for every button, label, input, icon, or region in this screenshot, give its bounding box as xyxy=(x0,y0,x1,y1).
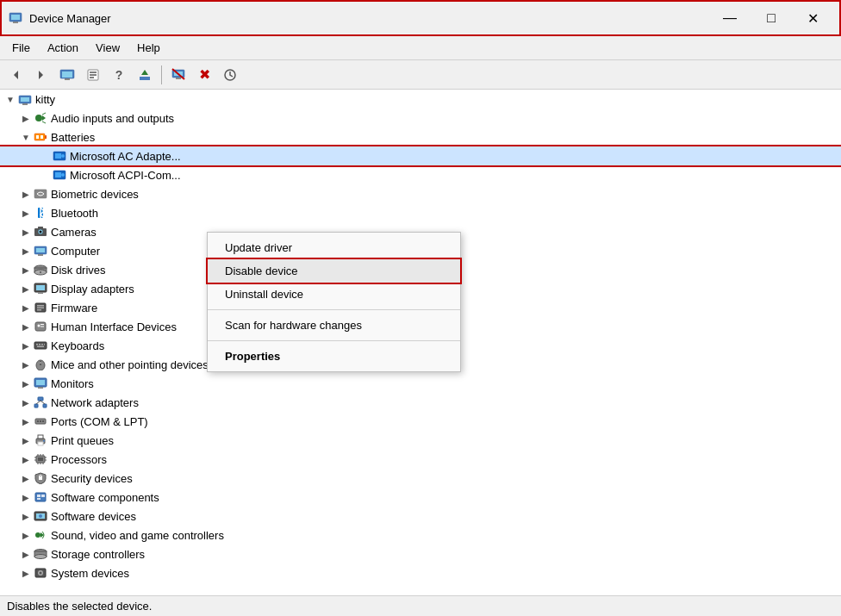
root-label: kitty xyxy=(35,93,55,106)
update-driver-toolbar-button[interactable] xyxy=(133,64,157,86)
maximize-button[interactable]: □ xyxy=(751,4,791,32)
properties-button[interactable] xyxy=(81,64,105,86)
display-expand-icon: ▶ xyxy=(19,282,33,296)
tree-item-batteries[interactable]: ▼ Batteries xyxy=(0,128,841,146)
svg-rect-73 xyxy=(43,404,47,408)
tree-item-microsoft-ac[interactable]: Microsoft AC Adapte... xyxy=(0,146,841,165)
tree-item-bluetooth[interactable]: ▶ Bluetooth xyxy=(0,203,841,222)
system-label: System devices xyxy=(51,567,129,580)
mice-expand-icon: ▶ xyxy=(19,358,33,371)
status-text: Disables the selected device. xyxy=(7,600,152,613)
network-expand-icon: ▶ xyxy=(19,395,33,409)
display-label: Display adapters xyxy=(51,283,134,296)
network-label: Network adapters xyxy=(51,396,139,409)
tree-item-security[interactable]: ▶ Security devices xyxy=(0,469,841,488)
svg-rect-61 xyxy=(39,344,40,345)
svg-rect-14 xyxy=(176,78,181,79)
tree-item-storage[interactable]: ▶ Storage controllers xyxy=(0,544,841,563)
tree-item-software-devices[interactable]: ▶ Software devices xyxy=(0,507,841,526)
svg-rect-18 xyxy=(21,97,29,102)
svg-rect-83 xyxy=(43,440,45,442)
svg-rect-53 xyxy=(37,308,44,309)
close-button[interactable]: ✕ xyxy=(793,4,832,32)
computer-icon xyxy=(33,244,48,258)
minimize-button[interactable]: — xyxy=(710,4,750,32)
svg-point-20 xyxy=(35,115,42,121)
disable-toolbar-button[interactable] xyxy=(166,64,190,86)
ctx-update-driver[interactable]: Update driver xyxy=(208,236,460,259)
system-icon xyxy=(33,566,48,580)
bluetooth-icon xyxy=(33,206,48,220)
help-toolbar-button[interactable]: ? xyxy=(107,64,131,86)
storage-icon xyxy=(33,547,48,561)
forward-button[interactable] xyxy=(29,64,53,86)
software-components-label: Software components xyxy=(51,491,159,504)
scan-toolbar-button[interactable] xyxy=(218,64,242,86)
tree-item-print[interactable]: ▶ Print queues xyxy=(0,431,841,450)
microsoft-acpi-expand-icon xyxy=(38,168,52,182)
svg-marker-11 xyxy=(141,70,148,75)
svg-rect-57 xyxy=(40,324,44,325)
ctx-uninstall-device[interactable]: Uninstall device xyxy=(208,283,460,306)
tree-item-processors[interactable]: ▶ Processors xyxy=(0,450,841,469)
tree-root[interactable]: ▼ kitty xyxy=(0,90,841,109)
biometric-icon xyxy=(33,187,48,201)
tree-item-monitors[interactable]: ▶ Monitors xyxy=(0,374,841,393)
ctx-properties[interactable]: Properties xyxy=(208,345,460,368)
firmware-icon xyxy=(33,301,48,314)
cameras-expand-icon: ▶ xyxy=(19,225,33,239)
tree-item-system[interactable]: ▶ System devices xyxy=(0,563,841,582)
tree-item-microsoft-acpi[interactable]: Microsoft ACPI-Com... xyxy=(0,165,841,184)
menu-help[interactable]: Help xyxy=(128,38,169,58)
keyboards-expand-icon: ▶ xyxy=(19,339,33,352)
sound-expand-icon: ▶ xyxy=(19,528,33,542)
svg-rect-4 xyxy=(62,72,72,78)
hid-expand-icon: ▶ xyxy=(19,320,33,333)
svg-marker-21 xyxy=(42,115,46,121)
svg-rect-59 xyxy=(34,342,47,349)
ctx-disable-device[interactable]: Disable device xyxy=(208,259,460,283)
ctx-scan-changes[interactable]: Scan for hardware changes xyxy=(208,314,460,337)
tree-item-software-components[interactable]: ▶ Software components xyxy=(0,488,841,507)
tree-item-biometric[interactable]: ▶ Biometric devices xyxy=(0,184,841,203)
svg-point-105 xyxy=(35,532,40,538)
svg-point-67 xyxy=(40,362,41,364)
title-bar-title: Device Manager xyxy=(29,12,111,25)
menu-file[interactable]: File xyxy=(3,38,39,58)
security-expand-icon: ▶ xyxy=(19,471,33,485)
svg-rect-42 xyxy=(36,248,45,252)
audio-expand-icon: ▶ xyxy=(19,111,33,125)
computer-label: Computer xyxy=(51,245,100,258)
svg-rect-52 xyxy=(37,305,44,307)
menu-view[interactable]: View xyxy=(87,38,128,58)
adapter-icon xyxy=(52,149,67,163)
svg-rect-77 xyxy=(37,420,39,422)
storage-expand-icon: ▶ xyxy=(19,547,33,561)
tree-item-sound[interactable]: ▶ Sound, video and game controllers xyxy=(0,526,841,544)
mice-icon xyxy=(33,358,48,371)
svg-rect-79 xyxy=(42,420,44,422)
svg-rect-24 xyxy=(34,134,45,140)
mice-label: Mice and other pointing devices xyxy=(51,358,209,371)
svg-rect-62 xyxy=(41,344,43,345)
svg-line-22 xyxy=(42,113,46,115)
microsoft-ac-expand-icon xyxy=(38,149,52,163)
svg-rect-54 xyxy=(37,309,41,311)
disk-icon xyxy=(33,263,48,277)
tree-item-ports[interactable]: ▶ Ports (COM & LPT) xyxy=(0,412,841,431)
monitors-label: Monitors xyxy=(51,377,94,390)
show-computer-button[interactable] xyxy=(55,64,79,86)
svg-rect-72 xyxy=(34,404,38,408)
svg-rect-5 xyxy=(65,78,70,80)
device-manager-icon xyxy=(9,11,22,25)
svg-rect-63 xyxy=(44,344,45,345)
tree-item-network[interactable]: ▶ Network adapters xyxy=(0,393,841,412)
delete-toolbar-button[interactable]: ✖ xyxy=(192,64,216,86)
svg-point-109 xyxy=(34,555,47,559)
svg-rect-49 xyxy=(36,285,45,290)
svg-rect-85 xyxy=(38,457,43,461)
tree-item-audio[interactable]: ▶ Audio inputs and outputs xyxy=(0,109,841,128)
svg-point-47 xyxy=(40,271,41,273)
back-button[interactable] xyxy=(3,64,28,86)
menu-action[interactable]: Action xyxy=(39,38,87,58)
